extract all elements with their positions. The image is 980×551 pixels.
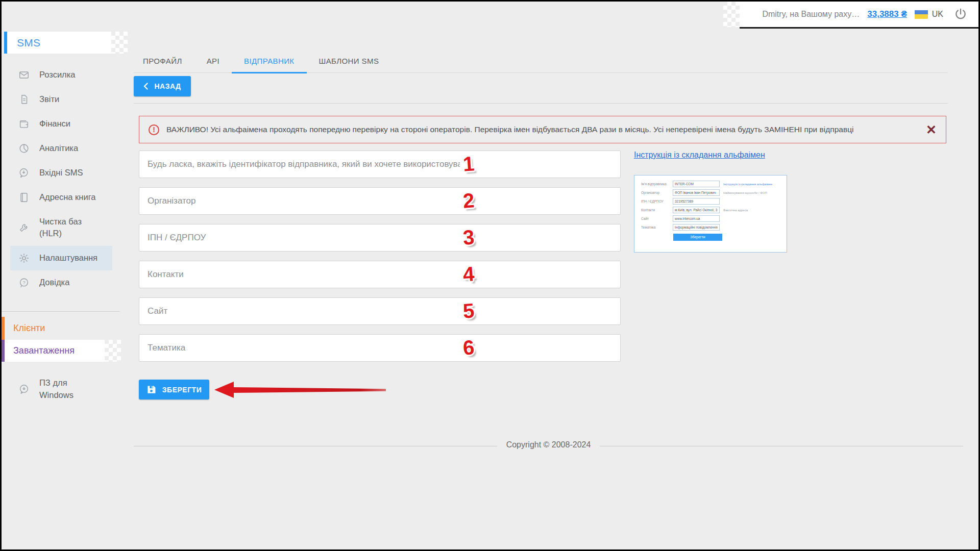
wrench-icon (18, 222, 30, 233)
field-contacts: 4 (139, 261, 621, 288)
annotation-number-4: 4 (462, 262, 475, 286)
warning-banner: ! ВАЖЛИВО! Усі альфаімена проходять попе… (139, 116, 946, 143)
envelope-icon (18, 69, 30, 81)
copyright-text: Copyright © 2008-2024 (497, 440, 600, 449)
sidebar-item-reports[interactable]: Звіти (2, 87, 120, 112)
thumb-label: Контакти (641, 208, 673, 212)
app-window: Dmitry, на Вашому раху… 33,3883 ₴ UK SMS… (0, 0, 980, 551)
sidebar-item-windows-software[interactable]: ПЗ для Windows (2, 377, 120, 402)
tab-api[interactable]: API (194, 57, 232, 72)
sidebar-item-label: Налаштування (39, 252, 97, 264)
close-icon[interactable]: ✕ (926, 123, 937, 136)
thumb-value: 3219527389 (673, 198, 720, 205)
balance-link[interactable]: 33,3883 ₴ (867, 9, 907, 19)
alert-icon: ! (149, 124, 159, 135)
thumb-value: ФОП Іванов Іван Петрович (673, 189, 720, 196)
thumb-label: Організатор (641, 191, 673, 194)
sidebar-item-label: Довідка (39, 277, 69, 289)
sidebar-item-incoming-sms[interactable]: Вхідні SMS (2, 161, 120, 185)
tax-id-input[interactable] (139, 224, 460, 251)
sidebar-item-label: Фінанси (39, 118, 70, 130)
tab-sms-templates[interactable]: ШАБЛОНИ SMS (307, 57, 391, 72)
back-button[interactable]: НАЗАД (134, 76, 191, 96)
thumb-row: Організатор ФОП Іванов Іван Петрович Най… (641, 189, 783, 196)
sidebar-item-finance[interactable]: Фінанси (2, 112, 120, 136)
instruction-aside: Інструкція із складання альфаімен Ім'я в… (634, 151, 788, 253)
power-icon[interactable] (954, 8, 967, 21)
brand-label: SMS (17, 37, 40, 49)
thumb-note: Фактична адреса (723, 209, 748, 212)
contacts-input[interactable] (139, 261, 460, 288)
sender-id-input[interactable] (139, 151, 460, 178)
address-book-icon (18, 192, 30, 203)
annotation-number-2: 2 (462, 189, 475, 212)
sidebar-item-settings[interactable]: Налаштування (10, 246, 112, 270)
thumb-value: INTER-COM (673, 181, 720, 187)
save-row: ЗБЕРЕГТИ (139, 380, 387, 399)
thumb-save-button: Зберегти (673, 234, 722, 241)
annotation-number-3: 3 (462, 226, 475, 249)
help-icon: ? (18, 277, 30, 288)
language-selector[interactable]: UK (932, 10, 943, 19)
sidebar-item-help[interactable]: ? Довідка (2, 270, 120, 295)
thumb-label: ІПН / ЄДРПОУ (641, 199, 673, 203)
sender-form: 1 2 3 4 5 6 (139, 151, 621, 371)
tab-profile[interactable]: ПРОФАЙЛ (134, 57, 194, 72)
warning-text: ВАЖЛИВО! Усі альфаімена проходять попере… (166, 125, 853, 134)
sidebar-item-address-book[interactable]: Адресна книга (2, 185, 120, 210)
thumb-row: Контакти м.Київ, вул. Райсі Окіпної, 3 Ф… (641, 207, 783, 213)
inbox-bubble-icon (18, 167, 30, 179)
annotation-number-5: 5 (462, 299, 475, 322)
site-input[interactable] (139, 298, 460, 324)
clients-label: Клієнти (13, 323, 45, 334)
sidebar-brand[interactable]: SMS (4, 32, 111, 54)
sidebar-menu: Розсилка Звіти Фінанси Аналітика (2, 63, 120, 295)
thumb-value: Інформаційні повідомлення (673, 224, 720, 231)
report-icon (18, 94, 30, 105)
tab-bar: ПРОФАЙЛ API ВІДПРАВНИК ШАБЛОНИ SMS (134, 52, 948, 73)
software-label: ПЗ для Windows (39, 377, 86, 402)
field-organizer: 2 (139, 187, 621, 215)
header-user-area: Dmitry, на Вашому раху… 33,3883 ₴ UK (740, 2, 978, 29)
theme-input[interactable] (139, 335, 460, 361)
tab-sender[interactable]: ВІДПРАВНИК (232, 57, 306, 73)
wallet-icon (18, 118, 30, 130)
thumb-value: www.intercom.ua (673, 215, 720, 222)
sidebar-item-clients[interactable]: Клієнти (2, 317, 120, 340)
sidebar-item-label: Звіти (39, 93, 59, 106)
sidebar-item-label: Аналітика (39, 142, 78, 155)
field-sender-id: 1 (139, 151, 621, 178)
thumb-value: м.Київ, вул. Райсі Окіпної, 3 (673, 207, 720, 213)
back-button-label: НАЗАД (154, 82, 181, 90)
sidebar-item-hlr[interactable]: Чистка баз (HLR) (2, 210, 120, 246)
save-button[interactable]: ЗБЕРЕГТИ (139, 380, 209, 399)
thumb-row: Ім'я відправника INTER-COM Інструкція із… (641, 181, 783, 187)
save-button-label: ЗБЕРЕГТИ (162, 386, 202, 394)
thumb-row: Тематика Інформаційні повідомлення (641, 224, 783, 231)
sidebar-item-label: Чистка баз (HLR) (39, 216, 100, 240)
organizer-input[interactable] (139, 188, 460, 214)
gear-icon (18, 253, 30, 264)
sidebar-item-downloads[interactable]: Завантаження (2, 340, 105, 362)
sidebar-item-label: Адресна книга (39, 191, 96, 204)
thumb-label: Сайт (641, 217, 673, 220)
sidebar-item-mailing[interactable]: Розсилка (2, 63, 120, 87)
pie-chart-icon (18, 143, 30, 154)
red-arrow-icon (213, 381, 387, 399)
sidebar-item-analytics[interactable]: Аналітика (2, 136, 120, 161)
sidebar-item-label: Вхідні SMS (39, 167, 83, 179)
flag-ua-icon[interactable] (915, 10, 928, 19)
thumb-label: Тематика (641, 226, 673, 229)
footer: Copyright © 2008-2024 (134, 440, 963, 452)
main-content: 1 2 3 4 5 6 Інструкці (139, 151, 788, 371)
example-thumbnail[interactable]: Ім'я відправника INTER-COM Інструкція із… (634, 175, 787, 253)
instruction-link[interactable]: Інструкція із складання альфаімен (634, 151, 765, 160)
user-balance-label: Dmitry, на Вашому раху… (762, 10, 860, 19)
thumb-note: Найменування юрособи / ФОП (723, 191, 767, 194)
save-icon (146, 385, 156, 394)
svg-text:?: ? (22, 280, 25, 285)
annotation-number-1: 1 (462, 152, 475, 176)
annotation-number-6: 6 (462, 336, 475, 359)
field-theme: 6 (139, 334, 621, 362)
downloads-label: Завантаження (13, 345, 75, 356)
